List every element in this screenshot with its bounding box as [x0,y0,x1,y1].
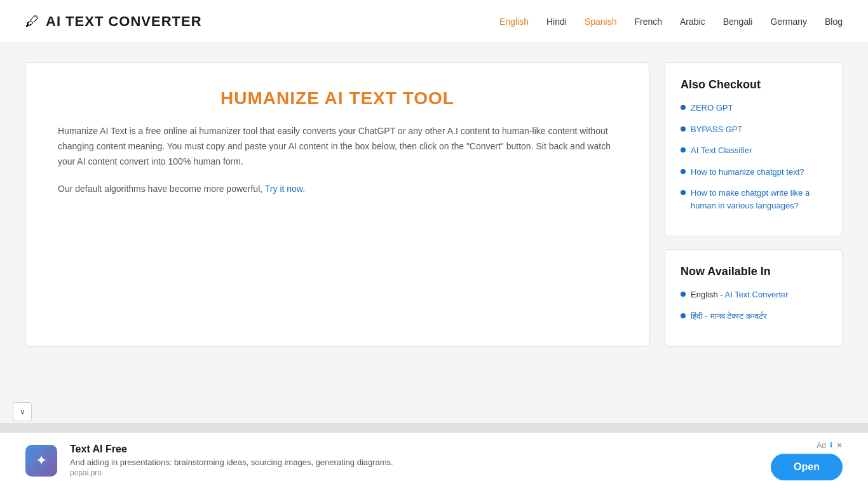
ad-close-label: ✕ [836,441,843,450]
nav-links: English Hindi Spanish French Arabic Beng… [499,17,843,27]
ad-label: Ad [817,441,826,450]
ad-content: Text AI Free And aiding in presentations… [70,444,758,477]
nav-link-spanish[interactable]: Spanish [585,17,617,27]
ad-right: Ad ℹ ✕ Open [771,441,843,480]
now-available-title: Now Available In [681,265,827,278]
bypass-gpt-link[interactable]: BYPASS GPT [691,123,742,136]
bullet-dot [681,292,686,297]
ai-text-classifier-link[interactable]: AI Text Classifier [691,144,752,157]
now-available-card: Now Available In English - AI Text Conve… [665,249,843,347]
scroll-indicator [0,423,868,432]
description-text: Humanize AI Text is a free online ai hum… [58,124,617,169]
link-item-english-available: English - AI Text Converter [681,288,827,301]
link-item-ai-text-classifier: AI Text Classifier [681,144,827,157]
content-area: HUMANIZE AI TEXT TOOL Humanize AI Text i… [25,62,649,347]
chevron-down-icon: ∨ [20,407,25,416]
available-english-text: English - AI Text Converter [691,288,789,301]
humanize-chatgpt-link[interactable]: How to humanize chatgpt text? [691,166,804,179]
bullet-dot [681,190,686,195]
sidebar: Also Checkout ZERO GPT BYPASS GPT AI Tex… [665,62,843,347]
ad-open-button[interactable]: Open [771,454,843,480]
logo-icon: 🖊 [25,13,39,30]
link-item-hindi-available: हिंदी - मानव टेक्स्ट कन्वर्टर [681,310,827,323]
logo-text: AI TEXT CONVERTER [46,13,202,30]
ad-indicator: ℹ [830,441,832,449]
bullet-dot [681,105,686,110]
ad-title: Text AI Free [70,444,758,455]
available-english-link[interactable]: AI Text Converter [724,290,788,299]
link-item-zero-gpt: ZERO GPT [681,102,827,114]
also-checkout-card: Also Checkout ZERO GPT BYPASS GPT AI Tex… [665,62,843,236]
nav-link-english[interactable]: English [499,17,529,27]
nav-link-blog[interactable]: Blog [825,17,843,27]
bullet-dot [681,313,686,318]
bullet-dot [681,169,686,174]
zero-gpt-link[interactable]: ZERO GPT [691,102,733,114]
bullet-dot [681,147,686,152]
header: 🖊 AI TEXT CONVERTER English Hindi Spanis… [0,0,868,43]
link-item-make-chatgpt-human: How to make chatgpt write like a human i… [681,187,827,212]
nav-link-arabic[interactable]: Arabic [680,17,705,27]
link-item-humanize-chatgpt: How to humanize chatgpt text? [681,166,827,179]
horizontal-scrollbar[interactable] [0,423,868,432]
nav-link-germany[interactable]: Germany [770,17,807,27]
ad-url: popai.pro [70,468,758,477]
secondary-text: Our default algorithms have become more … [58,182,617,197]
ad-banner: ✦ Text AI Free And aiding in presentatio… [0,432,868,488]
nav-link-bengali[interactable]: Bengali [723,17,753,27]
ad-controls: Ad ℹ ✕ [817,441,843,450]
ad-icon: ✦ [25,445,57,477]
scroll-down-button[interactable]: ∨ [13,402,32,421]
ad-subtitle: And aiding in presentations: brainstormi… [70,458,758,467]
make-chatgpt-human-link[interactable]: How to make chatgpt write like a human i… [691,187,827,212]
available-hindi-link[interactable]: हिंदी - मानव टेक्स्ट कन्वर्टर [691,310,767,323]
also-checkout-title: Also Checkout [681,78,827,92]
try-it-now-link[interactable]: Try it now. [265,184,305,194]
link-item-bypass-gpt: BYPASS GPT [681,123,827,136]
logo-area: 🖊 AI TEXT CONVERTER [25,13,202,30]
nav-link-french[interactable]: French [634,17,662,27]
page-title: HUMANIZE AI TEXT TOOL [58,88,617,109]
bullet-dot [681,126,686,132]
nav-link-hindi[interactable]: Hindi [546,17,567,27]
main-container: HUMANIZE AI TEXT TOOL Humanize AI Text i… [0,43,868,366]
